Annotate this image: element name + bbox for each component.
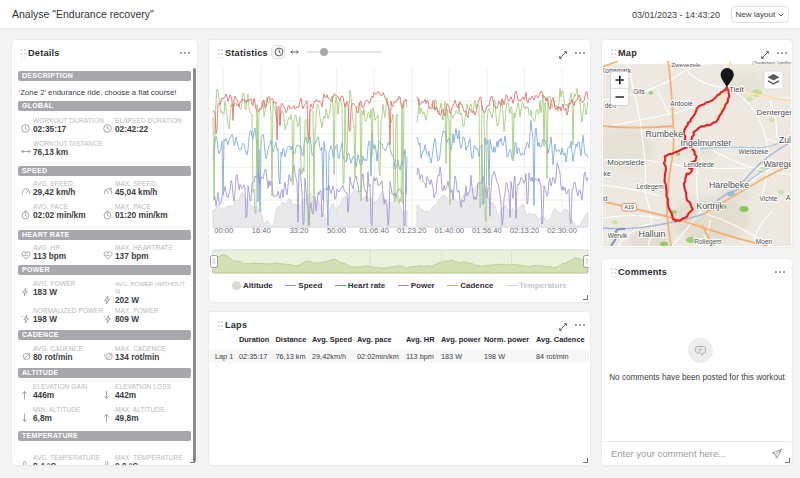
svg-text:Ardooie: Ardooie — [670, 100, 693, 107]
svg-text:Tielt: Tielt — [729, 85, 745, 94]
svg-text:Zwevezele: Zwevezele — [671, 61, 701, 68]
svg-text:| Thunderforest, OpenStreetMap: | Thunderforest, OpenStreetMap contrib. — [752, 61, 791, 65]
svg-text:Gits: Gits — [633, 88, 645, 95]
svg-text:Lendelede: Lendelede — [684, 161, 715, 168]
svg-text:Dentergem: Dentergem — [757, 108, 792, 117]
svg-text:Kortrijk: Kortrijk — [696, 201, 724, 211]
svg-text:Halluin: Halluin — [639, 229, 666, 239]
svg-text:33:20: 33:20 — [289, 226, 308, 235]
svg-text:Harelbeke: Harelbeke — [709, 180, 749, 190]
svg-text:Moen: Moen — [756, 238, 773, 245]
svg-text:ke: ke — [604, 170, 612, 177]
svg-text:01:40:00: 01:40:00 — [435, 226, 465, 235]
svg-text:01:06:40: 01:06:40 — [359, 226, 389, 235]
svg-text:Rumbeke: Rumbeke — [645, 129, 683, 139]
svg-text:16:40: 16:40 — [252, 226, 271, 235]
svg-text:A: A — [786, 194, 791, 201]
svg-text:ld: ld — [603, 195, 608, 202]
svg-text:Wielsbeke: Wielsbeke — [739, 148, 769, 155]
svg-text:Wervik: Wervik — [608, 232, 628, 239]
svg-text:Moorslede: Moorslede — [607, 158, 645, 167]
svg-text:00:00: 00:00 — [214, 226, 233, 235]
svg-text:Zul: Zul — [779, 135, 791, 145]
svg-text:02:30:00: 02:30:00 — [547, 226, 577, 235]
svg-text:01:23:20: 01:23:20 — [397, 226, 427, 235]
svg-text:Ingelmunster: Ingelmunster — [681, 138, 732, 148]
svg-text:A19: A19 — [625, 204, 634, 210]
svg-text:01:56:40: 01:56:40 — [472, 226, 502, 235]
svg-text:Ledegem: Ledegem — [636, 183, 663, 191]
svg-text:50:00: 50:00 — [327, 226, 346, 235]
svg-text:02:13:20: 02:13:20 — [510, 226, 540, 235]
svg-text:Warege: Warege — [764, 159, 792, 169]
svg-text:Vichte: Vichte — [760, 195, 778, 202]
svg-text:Rollegem: Rollegem — [694, 238, 721, 246]
